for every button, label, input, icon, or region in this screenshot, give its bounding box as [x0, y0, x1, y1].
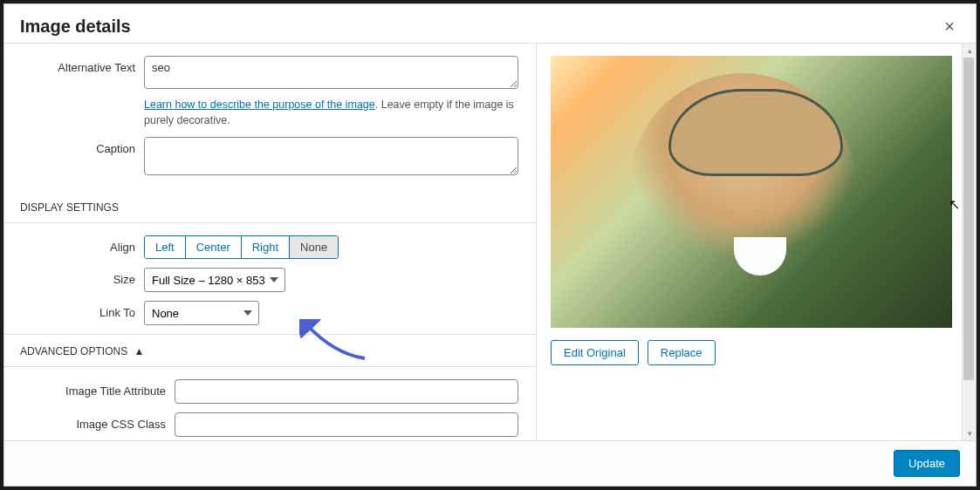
- css-class-input[interactable]: [175, 412, 518, 437]
- align-label: Align: [4, 235, 144, 254]
- alt-text-row: Alternative Text seo Learn how to descri…: [4, 56, 536, 128]
- link-to-select[interactable]: None: [144, 301, 259, 325]
- preview-panel: Edit Original Replace ▴ ▾: [537, 44, 976, 440]
- replace-button[interactable]: Replace: [648, 340, 716, 365]
- caret-up-icon: ▲: [134, 345, 144, 357]
- caption-label: Caption: [4, 137, 144, 155]
- hat-shape: [668, 89, 843, 176]
- title-attr-row: Image Title Attribute: [4, 379, 536, 404]
- modal-body: Alternative Text seo Learn how to descri…: [4, 43, 976, 441]
- align-center-button[interactable]: Center: [186, 236, 242, 258]
- align-button-group: Left Center Right None: [144, 235, 339, 259]
- image-preview: [551, 56, 952, 328]
- alt-text-input[interactable]: seo: [144, 56, 518, 89]
- display-settings-header: DISPLAY SETTINGS: [4, 191, 536, 223]
- advanced-options-label: ADVANCED OPTIONS: [20, 345, 127, 357]
- image-details-modal: Image details × Alternative Text seo Lea…: [3, 3, 977, 487]
- size-label: Size: [4, 268, 144, 286]
- css-class-row: Image CSS Class: [4, 412, 536, 437]
- align-left-button[interactable]: Left: [145, 236, 186, 258]
- caption-input[interactable]: [144, 137, 518, 175]
- align-row: Align Left Center Right None: [4, 235, 536, 259]
- css-class-label: Image CSS Class: [4, 412, 175, 431]
- title-attr-input[interactable]: [175, 379, 518, 404]
- scroll-up-icon[interactable]: ▴: [963, 44, 976, 58]
- align-right-button[interactable]: Right: [242, 236, 290, 258]
- scrollbar-thumb[interactable]: [963, 58, 974, 380]
- align-none-button[interactable]: None: [290, 236, 338, 258]
- size-select[interactable]: Full Size – 1280 × 853: [144, 268, 285, 292]
- alt-text-help: Learn how to describe the purpose of the…: [144, 98, 518, 128]
- caption-row: Caption: [4, 137, 536, 179]
- link-to-label: Link To: [4, 301, 144, 319]
- update-button[interactable]: Update: [894, 450, 960, 477]
- alt-text-label: Alternative Text: [4, 56, 144, 74]
- modal-header: Image details ×: [4, 4, 976, 43]
- alt-text-help-link[interactable]: Learn how to describe the purpose of the…: [144, 99, 375, 111]
- modal-footer: Update: [4, 441, 976, 486]
- settings-panel: Alternative Text seo Learn how to descri…: [4, 44, 537, 440]
- preview-actions: Edit Original Replace: [551, 340, 962, 365]
- size-row: Size Full Size – 1280 × 853: [4, 268, 536, 292]
- close-icon[interactable]: ×: [939, 14, 960, 38]
- link-to-row: Link To None: [4, 301, 536, 325]
- cup-shape: [734, 237, 786, 276]
- modal-title: Image details: [20, 17, 131, 37]
- title-attr-label: Image Title Attribute: [4, 379, 175, 398]
- scroll-down-icon[interactable]: ▾: [963, 426, 976, 440]
- scrollbar[interactable]: ▴ ▾: [962, 44, 976, 440]
- advanced-options-header[interactable]: ADVANCED OPTIONS ▲: [4, 334, 536, 367]
- edit-original-button[interactable]: Edit Original: [551, 340, 639, 365]
